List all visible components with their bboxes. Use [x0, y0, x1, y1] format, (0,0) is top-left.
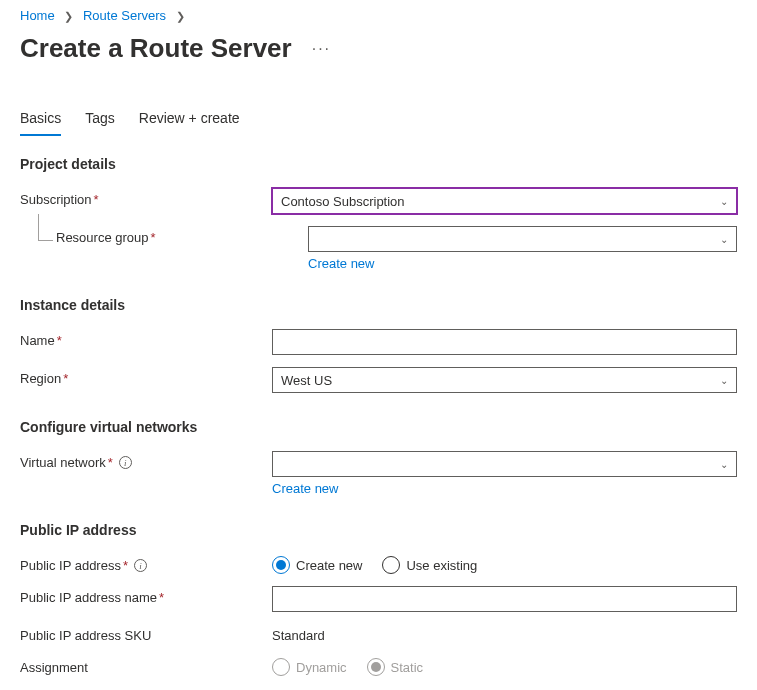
- radio-icon: [367, 658, 385, 676]
- radio-dynamic: Dynamic: [272, 658, 347, 676]
- label-region: Region*: [20, 367, 272, 386]
- virtual-network-select[interactable]: ⌄: [272, 451, 737, 477]
- chevron-right-icon: ❯: [64, 10, 73, 22]
- more-actions-button[interactable]: ···: [308, 36, 335, 62]
- resource-group-create-new-link[interactable]: Create new: [308, 256, 374, 271]
- label-resource-group: Resource group*: [56, 226, 308, 245]
- radio-icon: [272, 658, 290, 676]
- label-public-ip-sku: Public IP address SKU: [20, 624, 272, 643]
- chevron-down-icon: ⌄: [720, 459, 728, 470]
- section-public-ip: Public IP address: [0, 502, 757, 548]
- subscription-select[interactable]: Contoso Subscription ⌄: [272, 188, 737, 214]
- chevron-down-icon: ⌄: [720, 375, 728, 386]
- breadcrumb-route-servers[interactable]: Route Servers: [83, 8, 166, 23]
- tab-basics[interactable]: Basics: [20, 104, 61, 136]
- tab-tags[interactable]: Tags: [85, 104, 115, 136]
- label-public-ip-address: Public IP address* i: [20, 554, 272, 573]
- name-input[interactable]: [272, 329, 737, 355]
- section-instance-details: Instance details: [0, 277, 757, 323]
- radio-create-new[interactable]: Create new: [272, 556, 362, 574]
- resource-group-select[interactable]: ⌄: [308, 226, 737, 252]
- breadcrumb: Home ❯ Route Servers ❯: [0, 0, 757, 27]
- label-name: Name*: [20, 329, 272, 348]
- virtual-network-create-new-link[interactable]: Create new: [272, 481, 338, 496]
- tabs: Basics Tags Review + create: [0, 74, 757, 136]
- info-icon[interactable]: i: [119, 456, 132, 469]
- assignment-radio-group: Dynamic Static: [272, 656, 737, 676]
- radio-icon: [382, 556, 400, 574]
- title-bar: Create a Route Server ···: [0, 27, 757, 74]
- radio-use-existing[interactable]: Use existing: [382, 556, 477, 574]
- public-ip-sku-value: Standard: [272, 624, 737, 643]
- tab-review-create[interactable]: Review + create: [139, 104, 240, 136]
- region-select[interactable]: West US ⌄: [272, 367, 737, 393]
- chevron-right-icon: ❯: [176, 10, 185, 22]
- page-title: Create a Route Server: [20, 33, 292, 64]
- label-virtual-network: Virtual network* i: [20, 451, 272, 470]
- breadcrumb-home[interactable]: Home: [20, 8, 55, 23]
- section-configure-vnet: Configure virtual networks: [0, 399, 757, 445]
- radio-static: Static: [367, 658, 424, 676]
- label-subscription: Subscription*: [20, 188, 272, 207]
- info-icon[interactable]: i: [134, 559, 147, 572]
- public-ip-radio-group: Create new Use existing: [272, 554, 737, 574]
- chevron-down-icon: ⌄: [720, 196, 728, 207]
- section-project-details: Project details: [0, 136, 757, 182]
- radio-icon: [272, 556, 290, 574]
- label-public-ip-name: Public IP address name*: [20, 586, 272, 605]
- public-ip-name-input[interactable]: [272, 586, 737, 612]
- label-assignment: Assignment: [20, 656, 272, 675]
- chevron-down-icon: ⌄: [720, 234, 728, 245]
